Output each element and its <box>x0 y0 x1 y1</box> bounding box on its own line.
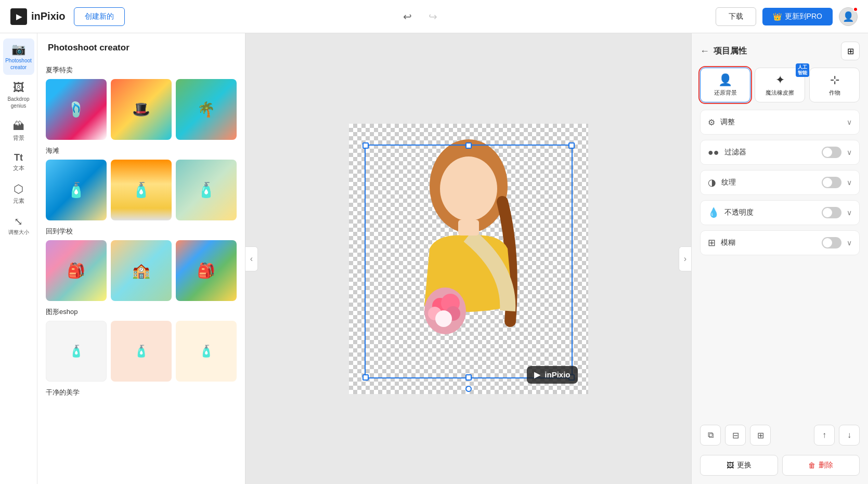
opacity-label: 不透明度 <box>724 208 817 217</box>
crop-wrapper: ⊹ 作物 <box>809 68 860 102</box>
layers-icon: ⊞ <box>847 46 854 56</box>
sidebar-item-elements[interactable]: ⬡ 元素 <box>3 178 34 209</box>
thumb-school-1[interactable]: 🎒 <box>46 240 107 301</box>
watermark: ▶ inPixio <box>527 366 577 384</box>
app-header: ▶ inPixio 创建新的 ↩ ↪ 下载 👑 更新到PRO 👤 <box>0 0 868 33</box>
adjust-chevron[interactable]: ∨ <box>847 118 852 126</box>
blur-chevron[interactable]: ∨ <box>847 239 852 247</box>
background-icon: 🏔 <box>13 120 24 133</box>
thumb-school-2[interactable]: 🏫 <box>111 240 172 301</box>
restore-bg-button[interactable]: 👤 还原背景 <box>700 68 750 102</box>
watermark-text: inPixio <box>545 370 570 379</box>
back-icon[interactable]: ← <box>700 46 709 57</box>
sidebar-item-text[interactable]: Tt 文本 <box>3 148 34 176</box>
header-right: 下载 👑 更新到PRO 👤 <box>716 7 858 26</box>
avatar-icon: 👤 <box>843 11 854 22</box>
thumb-eshop-2[interactable]: 🧴 <box>111 321 172 382</box>
blur-label: 模糊 <box>721 238 817 247</box>
restore-bg-wrapper: 👤 还原背景 <box>700 68 750 102</box>
delete-button[interactable]: 🗑 删除 <box>782 455 860 476</box>
handle-bottom-center[interactable] <box>465 374 472 381</box>
opacity-chevron[interactable]: ∨ <box>847 208 852 217</box>
sidebar-label-elements: 元素 <box>13 197 24 205</box>
redo-button[interactable]: ↪ <box>424 8 442 25</box>
sidebar-label-text: 文本 <box>13 164 24 172</box>
thumb-beach-1[interactable]: 🧴 <box>46 160 107 220</box>
thumb-beach-2[interactable]: 🧴 <box>111 160 172 220</box>
crop-button[interactable]: ⊹ 作物 <box>809 68 860 102</box>
right-panel-header: ← 项目属性 ⊞ <box>700 42 860 60</box>
sidebar-item-backdrop[interactable]: 🖼 Backdropgenius <box>3 77 34 113</box>
sidebar-item-resize[interactable]: ⤡ 调整大小 <box>3 211 34 240</box>
left-nav: 📷 Photoshootcreator 🖼 Backdropgenius 🏔 背… <box>0 33 37 484</box>
sidebar-label-backdrop: Backdropgenius <box>7 96 29 109</box>
replace-icon: 🖼 <box>727 461 734 469</box>
opacity-toggle[interactable] <box>822 207 841 218</box>
texture-toggle[interactable] <box>822 177 841 188</box>
panel-scroll: 夏季特卖 🩴 🎩 🌴 海滩 🧴 🧴 <box>37 59 245 484</box>
sidebar-item-photoshoot[interactable]: 📷 Photoshootcreator <box>3 38 34 75</box>
replace-button[interactable]: 🖼 更换 <box>700 455 778 476</box>
crop-label: 作物 <box>829 89 840 97</box>
handle-top-right[interactable] <box>568 142 575 149</box>
filter-label: 过滤器 <box>724 148 817 157</box>
thumb-beach-3[interactable]: 🧴 <box>176 160 237 220</box>
section-grid-eshop: 🧴 🧴 🧴 <box>46 321 237 382</box>
handle-top-left[interactable] <box>362 142 369 149</box>
action-icon-row: ⧉ ⊟ ⊞ ↑ ↓ <box>700 425 860 446</box>
blur-toggle[interactable] <box>822 237 841 248</box>
section-label-summer: 夏季特卖 <box>46 66 237 75</box>
panel-collapse-right[interactable]: › <box>679 246 691 271</box>
handle-top-center[interactable] <box>465 142 472 149</box>
watermark-icon: ▶ <box>534 370 540 380</box>
thumb-eshop-1[interactable]: 🧴 <box>46 321 107 382</box>
text-icon: Tt <box>14 152 23 163</box>
prop-texture: ◑ 纹理 ∨ <box>700 170 860 195</box>
section-grid-summer: 🩴 🎩 🌴 <box>46 79 237 140</box>
thumb-summer-3[interactable]: 🌴 <box>176 79 237 140</box>
panel-title: Photoshoot creator <box>37 33 245 59</box>
flip-v-button[interactable]: ⊞ <box>750 425 771 446</box>
create-new-button[interactable]: 创建新的 <box>74 7 125 26</box>
duplicate-button[interactable]: ⧉ <box>700 425 721 446</box>
texture-chevron[interactable]: ∨ <box>847 178 852 187</box>
upgrade-button[interactable]: 👑 更新到PRO <box>762 8 833 25</box>
sidebar-item-background[interactable]: 🏔 背景 <box>3 115 34 146</box>
adjust-icon: ⚙ <box>708 117 715 127</box>
filter-toggle[interactable] <box>822 147 841 158</box>
prop-blur: ⊞ 模糊 ∨ <box>700 230 860 255</box>
selection-box <box>365 145 573 378</box>
download-button[interactable]: 下载 <box>716 7 756 26</box>
canvas-area: ‹ <box>245 33 691 484</box>
photoshoot-icon: 📷 <box>11 43 25 56</box>
handle-rotate[interactable] <box>465 386 472 392</box>
tool-row: 👤 还原背景 ✦ 魔法橡皮擦 人工智能 ⊹ 作物 <box>700 68 860 102</box>
section-grid-beach: 🧴 🧴 🧴 <box>46 160 237 220</box>
panel-collapse-left[interactable]: ‹ <box>245 246 258 271</box>
prop-adjust: ⚙ 调整 ∨ <box>700 110 860 135</box>
move-down-button[interactable]: ↓ <box>839 425 860 446</box>
canvas-wrapper: ▶ inPixio <box>349 124 588 394</box>
filter-chevron[interactable]: ∨ <box>847 148 852 156</box>
replace-label: 更换 <box>737 461 752 470</box>
thumb-school-3[interactable]: 🎒 <box>176 240 237 301</box>
thumb-eshop-3[interactable]: 🧴 <box>176 321 237 382</box>
avatar-button[interactable]: 👤 <box>839 7 858 26</box>
thumb-summer-1[interactable]: 🩴 <box>46 79 107 140</box>
avatar-notification-dot <box>853 7 858 12</box>
section-label-beach: 海滩 <box>46 146 237 155</box>
blur-icon: ⊞ <box>708 237 716 248</box>
magic-eraser-icon: ✦ <box>775 73 785 87</box>
prop-filter: ●● 过滤器 ∨ <box>700 140 860 165</box>
layers-button[interactable]: ⊞ <box>841 42 860 60</box>
move-up-button[interactable]: ↑ <box>814 425 835 446</box>
handle-bottom-left[interactable] <box>362 374 369 381</box>
section-label-eshop: 图形eshop <box>46 307 237 317</box>
flip-h-button[interactable]: ⊟ <box>725 425 746 446</box>
section-grid-school: 🎒 🏫 🎒 <box>46 240 237 301</box>
magic-eraser-label: 魔法橡皮擦 <box>766 89 794 97</box>
thumb-summer-2[interactable]: 🎩 <box>111 79 172 140</box>
logo-text: inPixio <box>31 10 66 22</box>
logo-icon: ▶ <box>10 8 27 25</box>
undo-button[interactable]: ↩ <box>399 8 416 25</box>
